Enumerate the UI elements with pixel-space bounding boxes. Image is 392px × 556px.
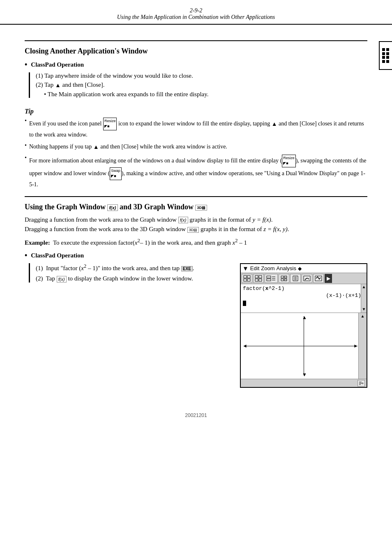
section-closing-window: Closing Another Application's Window • C… [25, 40, 367, 98]
svg-rect-0 [244, 276, 247, 278]
section-graph-window: Using the Graph Window f(x) and 3D Graph… [25, 196, 367, 388]
page-header: 2-9-2 Using the Main Application in Comb… [0, 0, 392, 25]
toolbar-btn-2[interactable] [253, 274, 264, 283]
section2-desc1: Dragging a function from the work area t… [25, 216, 367, 224]
example-block: Example: To execute the expression facto… [25, 238, 367, 246]
sidebar-grid-icon [382, 48, 390, 63]
toolbar-btn-7[interactable] [313, 274, 324, 283]
classpad-op-label-1: • ClassPad Operation [25, 60, 367, 69]
tip-item-1: • Even if you used the icon panel Resize… [25, 118, 367, 139]
swap-icon: Swap◤■ [110, 167, 122, 180]
step-1-2: (2) Tap ▲ and then [Close]. [36, 81, 367, 89]
graph-v-axis [304, 316, 304, 375]
menubar-arrow-right[interactable]: ◆ [298, 266, 302, 271]
page-wrapper: 2-9-2 Using the Main Application in Comb… [0, 0, 392, 556]
menubar-edit[interactable]: Edit [250, 265, 259, 271]
steps-list-1: (1) Tap anywhere inside of the window yo… [29, 72, 367, 98]
calc-graph-area: ▲ ▼ ◄ ► ▲ [241, 313, 367, 379]
calc-work-area: factor(x^2-1) (x-1)·(x+1) ▲ [241, 284, 367, 313]
tip-bullet-2: • [25, 142, 27, 149]
toolbar-btn-6[interactable] [302, 274, 312, 283]
svg-rect-6 [255, 279, 258, 281]
threed-graph-icon: 3D▤ [195, 205, 207, 211]
step-1-1: (1) Tap anywhere inside of the window yo… [36, 72, 367, 79]
calc-screen: ▼ Edit Zoom Analysis ◆ [240, 263, 367, 388]
svg-rect-2 [244, 279, 247, 281]
resize-icon-2: Resize◤■ [282, 155, 296, 167]
menubar-analysis[interactable]: Analysis [277, 265, 296, 271]
sub-bullet-1: • The Main application work area expands… [44, 91, 367, 98]
svg-rect-16 [284, 279, 287, 281]
cursor-block [243, 301, 246, 306]
svg-rect-5 [259, 276, 262, 278]
example-label: Example: [25, 239, 50, 246]
tip-text-2: Nothing happens if you tap ▲ and then [C… [29, 142, 227, 151]
tip-bullet-1: • [25, 118, 27, 124]
page-subtitle: Using the Main Application in Combinatio… [25, 14, 367, 21]
threed-graph-icon-2: 3D▤ [187, 227, 199, 233]
tip-text-1: Even if you used the icon panel Resize◤■… [29, 118, 367, 139]
calc-result-line: (x-1)·(x+1) [243, 292, 364, 299]
calc-input-text: factor(x^2-1) [243, 285, 284, 292]
tip-item-3: • For more information about enlarging o… [25, 155, 367, 189]
arrow-down-icon-2: ▲ [272, 120, 277, 128]
tip-bullet-3: • [25, 155, 27, 161]
example-text: To execute the expression factor(x2– 1) … [51, 239, 247, 246]
bullet-dot-1: • [25, 60, 27, 69]
main-content: Closing Another Application's Window • C… [0, 25, 392, 408]
calculator-screenshot: ▼ Edit Zoom Analysis ◆ [240, 263, 367, 388]
scroll-down-arrow[interactable]: ▼ [362, 307, 365, 312]
toolbar-btn-3[interactable] [265, 274, 278, 283]
section1-title: Closing Another Application's Window [25, 47, 367, 56]
menubar-arrow-left[interactable]: ▼ [242, 265, 249, 272]
footer-date-code: 20021201 [185, 412, 207, 418]
step-2-2: (2) Tap f(x) to display the Graph window… [36, 275, 232, 283]
calc-bottom-bar [241, 379, 367, 387]
tip-item-2: • Nothing happens if you tap ▲ and then … [25, 142, 367, 151]
menubar-zoom[interactable]: Zoom [261, 265, 274, 271]
svg-rect-13 [281, 276, 284, 278]
graph-arrow-down: ▼ [302, 372, 307, 378]
svg-rect-14 [281, 279, 284, 281]
two-col-layout: (1) Input "factor (x2 – 1)" into the wor… [25, 263, 367, 388]
calc-work-area-wrapper: factor(x^2-1) (x-1)·(x+1) ▲ [241, 284, 367, 313]
graph-icon-2: f(x) [178, 217, 188, 223]
svg-rect-3 [247, 279, 250, 281]
calc-input-line: factor(x^2-1) [243, 285, 364, 292]
toolbar-btn-4[interactable] [279, 274, 289, 283]
step-2-1: (1) Input "factor (x2 – 1)" into the wor… [36, 263, 232, 272]
page-footer: 20021201 [0, 408, 392, 422]
exe-icon: EXE [181, 266, 193, 271]
sidebar-tab[interactable] [379, 41, 392, 70]
calc-toolbar: ▶ [241, 273, 367, 284]
section-divider-1 [25, 40, 367, 41]
toolbar-btn-1[interactable] [242, 274, 252, 283]
graph-icon-3: f(x) [57, 276, 67, 283]
classpad-op-label-2: • ClassPad Operation [25, 251, 367, 260]
svg-rect-15 [284, 276, 287, 278]
svg-rect-9 [267, 279, 271, 281]
toolbar-arrow-btn[interactable]: ▶ [325, 274, 332, 283]
graph-scrollbar[interactable]: ▲ [358, 313, 367, 379]
svg-rect-8 [267, 276, 271, 278]
toolbar-btn-5[interactable] [290, 274, 301, 283]
graph-arrow-up: ▲ [302, 315, 307, 321]
calc-bottom-icon[interactable] [357, 380, 365, 387]
tip-section: Tip • Even if you used the icon panel Re… [25, 108, 367, 189]
resize-icon-1: Resize◤■ [103, 118, 117, 130]
steps-list-2: (1) Input "factor (x2 – 1)" into the wor… [29, 263, 232, 283]
calc-work-scrollbar[interactable]: ▲ ▼ [361, 284, 367, 313]
page-number: 2-9-2 [25, 7, 367, 14]
graph-h-axis [245, 346, 357, 346]
section2-title: Using the Graph Window f(x) and 3D Graph… [25, 203, 367, 211]
scroll-up-arrow[interactable]: ▲ [362, 285, 365, 290]
calc-menubar[interactable]: ▼ Edit Zoom Analysis ◆ [241, 264, 367, 273]
calc-cursor [243, 300, 364, 306]
graph-scroll-up[interactable]: ▲ [361, 314, 365, 318]
svg-rect-1 [247, 276, 250, 278]
svg-rect-4 [255, 276, 258, 278]
arrow-down-icon-1: ▲ [55, 82, 61, 89]
arrow-down-icon-3: ▲ [93, 143, 99, 151]
section-divider-2 [25, 196, 367, 197]
section2-desc2: Dragging a function from the work area t… [25, 226, 367, 233]
